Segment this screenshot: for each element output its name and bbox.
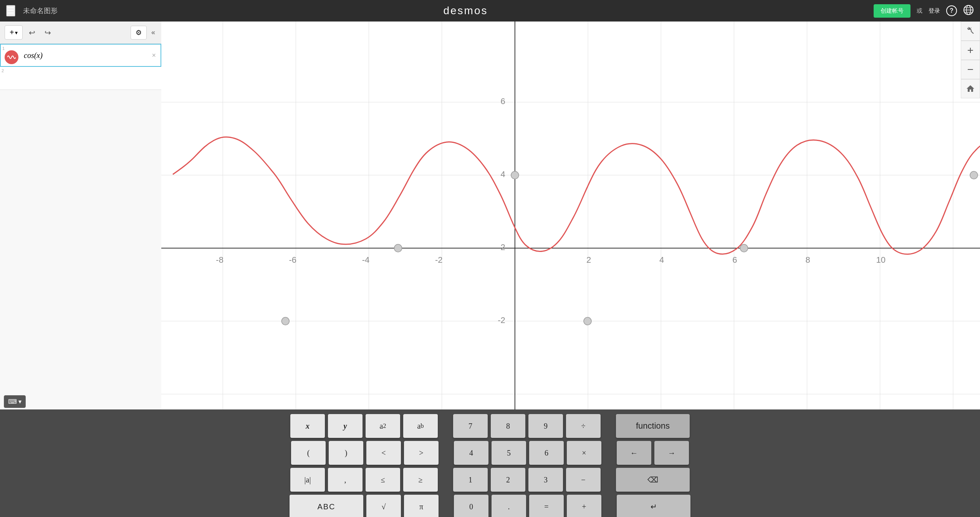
- plus-icon: +: [10, 28, 14, 37]
- key-section-left-4: ABC √ π: [290, 495, 439, 517]
- key-sqrt[interactable]: √: [366, 495, 401, 517]
- key-7[interactable]: 7: [453, 414, 488, 438]
- svg-text:-8: -8: [216, 255, 223, 265]
- or-text: 或: [917, 7, 922, 15]
- key-multiply[interactable]: ×: [567, 441, 601, 465]
- document-title: 未命名图形: [23, 6, 58, 15]
- key-8[interactable]: 8: [491, 414, 525, 438]
- svg-point-41: [394, 244, 402, 252]
- expression-item[interactable]: 1 ×: [0, 44, 161, 67]
- key-functions[interactable]: functions: [616, 414, 690, 438]
- keyboard-row-2: ( ) < > 4 5 6 × ← →: [8, 441, 972, 465]
- key-section-right-4: ↵: [617, 495, 690, 517]
- login-button[interactable]: 登录: [929, 7, 940, 15]
- key-divide[interactable]: ÷: [566, 414, 601, 438]
- undo-button[interactable]: ↩: [26, 27, 38, 39]
- help-button[interactable]: ?: [946, 5, 957, 16]
- wave-icon: [7, 55, 16, 60]
- globe-icon: [963, 5, 974, 15]
- svg-point-40: [281, 317, 289, 325]
- key-close-paren[interactable]: ): [329, 441, 363, 465]
- key-5[interactable]: 5: [492, 441, 526, 465]
- svg-text:2: 2: [501, 242, 505, 252]
- svg-text:8: 8: [805, 255, 810, 265]
- settings-button[interactable]: ⚙: [131, 26, 147, 40]
- svg-text:-2: -2: [435, 255, 443, 265]
- key-a-squared[interactable]: a2: [366, 414, 400, 438]
- wrench-icon: [966, 27, 975, 36]
- key-subtract[interactable]: −: [566, 468, 601, 492]
- key-abs[interactable]: |a|: [290, 468, 325, 492]
- key-section-num-4: 0 . = +: [454, 495, 601, 517]
- key-1[interactable]: 1: [453, 468, 488, 492]
- zoom-out-button[interactable]: −: [961, 60, 980, 79]
- key-2[interactable]: 2: [491, 468, 525, 492]
- expression-input[interactable]: [22, 50, 147, 61]
- key-right-arrow[interactable]: →: [654, 441, 689, 465]
- collapse-panel-button[interactable]: «: [150, 27, 157, 38]
- key-section-num-2: 4 5 6 ×: [454, 441, 601, 465]
- key-open-paren[interactable]: (: [291, 441, 326, 465]
- close-expression-button[interactable]: ×: [147, 48, 161, 63]
- plus-zoom-icon: +: [967, 44, 973, 56]
- key-dot[interactable]: .: [492, 495, 526, 517]
- key-pi[interactable]: π: [404, 495, 439, 517]
- keyboard-row-1: x y a2 ab 7 8 9 ÷ functions: [8, 414, 972, 438]
- key-0[interactable]: 0: [454, 495, 488, 517]
- keyboard-area: x y a2 ab 7 8 9 ÷ functions ( ) < > 4 5: [0, 409, 980, 517]
- redo-button[interactable]: ↪: [41, 27, 54, 39]
- svg-text:10: 10: [876, 255, 886, 265]
- create-account-button[interactable]: 创建帐号: [874, 4, 910, 18]
- keyboard-icon: ⌨: [8, 398, 17, 405]
- svg-text:2: 2: [586, 255, 591, 265]
- key-add[interactable]: +: [567, 495, 601, 517]
- key-abc[interactable]: ABC: [290, 495, 363, 517]
- home-view-button[interactable]: [961, 79, 980, 98]
- key-section-num-3: 1 2 3 −: [453, 468, 601, 492]
- chevron-down-icon: ▾: [18, 398, 22, 405]
- app-logo: desmos: [443, 5, 488, 17]
- keyboard-toggle-container: ⌨ ▾: [4, 395, 26, 408]
- key-section-right-2: ← →: [617, 441, 689, 465]
- svg-point-39: [970, 171, 978, 179]
- add-expression-button[interactable]: + ▾: [5, 25, 23, 40]
- key-a-power-b[interactable]: ab: [403, 414, 438, 438]
- key-backspace[interactable]: ⌫: [616, 468, 690, 492]
- menu-button[interactable]: ☰: [6, 5, 15, 17]
- key-left-arrow[interactable]: ←: [617, 441, 651, 465]
- expression-number: 1: [2, 46, 5, 51]
- key-section-left-3: |a| , ≤ ≥: [290, 468, 438, 492]
- svg-text:6: 6: [501, 96, 505, 106]
- svg-point-38: [584, 317, 591, 325]
- key-leq[interactable]: ≤: [366, 468, 400, 492]
- key-section-left-1: x y a2 ab: [290, 414, 438, 438]
- key-less-than[interactable]: <: [366, 441, 401, 465]
- key-9[interactable]: 9: [528, 414, 563, 438]
- svg-text:-6: -6: [289, 255, 297, 265]
- zoom-in-button[interactable]: +: [961, 41, 980, 60]
- key-comma[interactable]: ,: [328, 468, 363, 492]
- key-6[interactable]: 6: [529, 441, 564, 465]
- header: ☰ 未命名图形 desmos 创建帐号 或 登录 ?: [0, 0, 980, 22]
- key-y[interactable]: y: [328, 414, 363, 438]
- key-x[interactable]: x: [290, 414, 325, 438]
- key-enter[interactable]: ↵: [617, 495, 690, 517]
- key-greater-than[interactable]: >: [404, 441, 439, 465]
- key-4[interactable]: 4: [454, 441, 488, 465]
- svg-text:6: 6: [732, 255, 737, 265]
- minus-zoom-icon: −: [967, 63, 973, 76]
- wrench-tool-button[interactable]: [961, 22, 980, 41]
- key-geq[interactable]: ≥: [403, 468, 438, 492]
- language-button[interactable]: [963, 5, 974, 17]
- keyboard-toggle-button[interactable]: ⌨ ▾: [4, 395, 26, 408]
- header-right: 创建帐号 或 登录 ?: [874, 4, 974, 18]
- color-swatch[interactable]: [5, 50, 18, 64]
- svg-point-37: [511, 171, 519, 179]
- expression-item[interactable]: 2: [0, 67, 161, 90]
- svg-text:-4: -4: [362, 255, 370, 265]
- key-3[interactable]: 3: [528, 468, 563, 492]
- home-icon: [966, 84, 975, 93]
- key-section-right-1: functions: [616, 414, 690, 438]
- key-equals[interactable]: =: [529, 495, 564, 517]
- expression-number: 2: [2, 68, 4, 73]
